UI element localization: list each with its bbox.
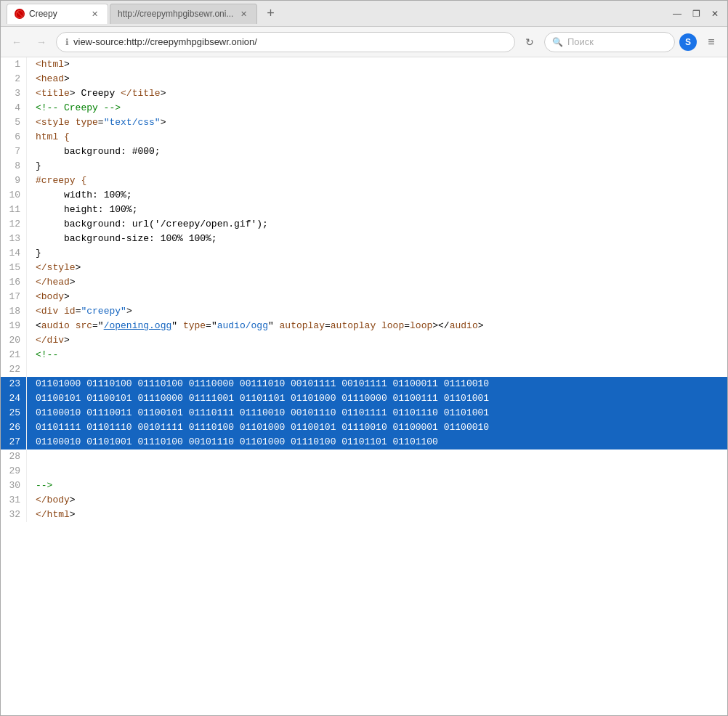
- source-line-27: 2701100010 01101001 01110100 00101110 01…: [1, 435, 727, 449]
- line-number: 14: [1, 246, 27, 261]
- line-number: 28: [1, 449, 27, 464]
- line-number: 16: [1, 275, 27, 290]
- line-number: 5: [1, 115, 27, 130]
- tab-close-1[interactable]: ✕: [89, 8, 100, 20]
- search-field[interactable]: 🔍 Поиск: [544, 32, 675, 52]
- line-content: 01101000 01110100 01110100 01110000 0011…: [27, 377, 727, 391]
- maximize-button[interactable]: ❐: [689, 7, 703, 20]
- source-line-8: 8}: [1, 159, 727, 174]
- line-content: html {: [27, 130, 727, 145]
- line-number: 22: [1, 362, 27, 377]
- source-line-25: 2501100010 01110011 01100101 01110111 01…: [1, 406, 727, 420]
- line-content: 01101111 01101110 00101111 01110100 0110…: [27, 420, 727, 435]
- line-number: 18: [1, 304, 27, 319]
- line-number: 6: [1, 130, 27, 145]
- line-content: <body>: [27, 290, 727, 304]
- line-number: 26: [1, 420, 27, 435]
- line-content: }: [27, 159, 727, 174]
- line-content: #creepy {: [27, 174, 727, 188]
- line-content: <!--: [27, 348, 727, 362]
- line-number: 4: [1, 101, 27, 115]
- source-line-23: 2301101000 01110100 01110100 01110000 00…: [1, 377, 727, 391]
- line-content: background-size: 100% 100%;: [27, 232, 727, 246]
- line-content: 01100010 01110011 01100101 01110111 0111…: [27, 406, 727, 420]
- line-content: </style>: [27, 261, 727, 275]
- window-controls: — ❐ ✕: [671, 7, 721, 20]
- line-content: <audio src="/opening.ogg" type="audio/og…: [27, 319, 727, 333]
- search-placeholder: Поиск: [567, 36, 594, 47]
- line-content: </html>: [27, 508, 727, 522]
- line-content: <title> Creepy </title>: [27, 86, 727, 101]
- line-content: </body>: [27, 493, 727, 508]
- line-content: background: #000;: [27, 145, 727, 159]
- line-content: <!-- Creepy -->: [27, 101, 727, 115]
- line-content: <html>: [27, 57, 727, 72]
- close-button[interactable]: ✕: [708, 7, 721, 20]
- back-button[interactable]: ←: [7, 32, 27, 52]
- account-icon[interactable]: S: [679, 33, 697, 51]
- source-line-17: 17<body>: [1, 290, 727, 304]
- line-number: 31: [1, 493, 27, 508]
- source-line-5: 5<style type="text/css">: [1, 115, 727, 130]
- line-number: 17: [1, 290, 27, 304]
- tab-label-2: http://creepymhpgibsewr.oni...: [118, 9, 233, 19]
- search-icon: 🔍: [552, 37, 563, 47]
- line-content: }: [27, 246, 727, 261]
- source-line-7: 7 background: #000;: [1, 145, 727, 159]
- source-line-24: 2401100101 01100101 01110000 01111001 01…: [1, 391, 727, 406]
- line-number: 2: [1, 72, 27, 86]
- line-number: 13: [1, 232, 27, 246]
- source-line-31: 31</body>: [1, 493, 727, 508]
- line-number: 9: [1, 174, 27, 188]
- source-line-9: 9#creepy {: [1, 174, 727, 188]
- source-line-29: 29: [1, 464, 727, 479]
- source-line-22: 22: [1, 362, 727, 377]
- title-bar: 🚫 Creepy ✕ http://creepymhpgibsewr.oni..…: [1, 1, 727, 27]
- source-line-4: 4<!-- Creepy -->: [1, 101, 727, 115]
- line-number: 21: [1, 348, 27, 362]
- line-number: 1: [1, 57, 27, 72]
- source-line-28: 28: [1, 449, 727, 464]
- line-content: 01100010 01101001 01110100 00101110 0110…: [27, 435, 727, 449]
- source-view: 1<html>2<head>3<title> Creepy </title>4<…: [1, 57, 727, 715]
- tab-favicon-1: 🚫: [15, 9, 25, 19]
- refresh-button[interactable]: ↻: [519, 32, 540, 52]
- line-number: 19: [1, 319, 27, 333]
- audio-src-link[interactable]: /opening.ogg: [104, 320, 172, 331]
- source-line-20: 20</div>: [1, 333, 727, 348]
- line-content: </head>: [27, 275, 727, 290]
- line-content: </div>: [27, 333, 727, 348]
- minimize-button[interactable]: —: [671, 7, 684, 20]
- line-number: 24: [1, 391, 27, 406]
- tabs-container: 🚫 Creepy ✕ http://creepymhpgibsewr.oni..…: [7, 4, 671, 24]
- source-line-10: 10 width: 100%;: [1, 188, 727, 203]
- new-tab-button[interactable]: +: [260, 4, 280, 24]
- tab-source[interactable]: http://creepymhpgibsewr.oni... ✕: [110, 4, 257, 24]
- tab-close-2[interactable]: ✕: [238, 8, 249, 20]
- line-number: 15: [1, 261, 27, 275]
- line-content: background: url('/creepy/open.gif');: [27, 217, 727, 232]
- source-line-26: 2601101111 01101110 00101111 01110100 01…: [1, 420, 727, 435]
- source-line-16: 16</head>: [1, 275, 727, 290]
- menu-button[interactable]: ≡: [701, 32, 721, 52]
- source-line-15: 15</style>: [1, 261, 727, 275]
- source-line-32: 32</html>: [1, 508, 727, 522]
- line-number: 23: [1, 377, 27, 391]
- tab-label-1: Creepy: [29, 9, 84, 19]
- line-content: width: 100%;: [27, 188, 727, 203]
- line-number: 7: [1, 145, 27, 159]
- line-number: 11: [1, 203, 27, 217]
- line-content: height: 100%;: [27, 203, 727, 217]
- source-line-2: 2<head>: [1, 72, 727, 86]
- address-bar: ← → ℹ view-source:http://creepymhpgibsew…: [1, 27, 727, 57]
- line-number: 30: [1, 479, 27, 493]
- url-text: view-source:http://creepymhpgibsewr.onio…: [73, 36, 506, 47]
- address-field[interactable]: ℹ view-source:http://creepymhpgibsewr.on…: [56, 32, 515, 52]
- line-content: <head>: [27, 72, 727, 86]
- line-number: 12: [1, 217, 27, 232]
- tab-creepy[interactable]: 🚫 Creepy ✕: [7, 4, 108, 24]
- line-number: 32: [1, 508, 27, 522]
- forward-button[interactable]: →: [31, 32, 52, 52]
- line-content: <style type="text/css">: [27, 115, 727, 130]
- line-content: -->: [27, 479, 727, 493]
